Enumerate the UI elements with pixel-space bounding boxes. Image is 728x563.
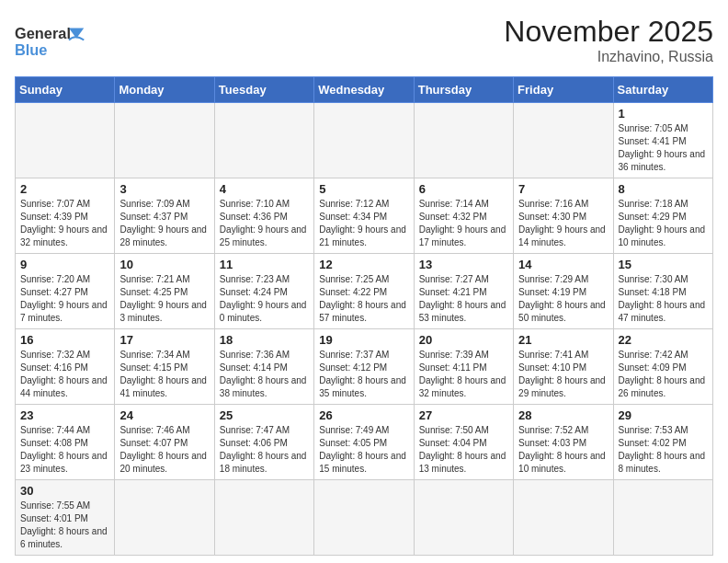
calendar-week-row: 30Sunrise: 7:55 AMSunset: 4:01 PMDayligh…	[16, 480, 713, 556]
month-year-title: November 2025	[504, 15, 713, 49]
weekday-header-wednesday: Wednesday	[314, 77, 414, 103]
day-number: 29	[619, 408, 708, 422]
day-number: 11	[220, 258, 309, 271]
day-info: Sunrise: 7:27 AMSunset: 4:21 PMDaylight:…	[419, 273, 508, 325]
day-number: 15	[619, 258, 708, 271]
calendar-day-cell: 15Sunrise: 7:30 AMSunset: 4:18 PMDayligh…	[613, 254, 712, 329]
weekday-header-sunday: Sunday	[16, 77, 115, 103]
calendar-day-cell: 12Sunrise: 7:25 AMSunset: 4:22 PMDayligh…	[314, 254, 414, 329]
weekday-header-saturday: Saturday	[613, 77, 712, 103]
weekday-header-tuesday: Tuesday	[214, 77, 313, 103]
logo-svg: General Blue	[15, 15, 97, 65]
calendar-day-cell: 2Sunrise: 7:07 AMSunset: 4:39 PMDaylight…	[16, 178, 115, 254]
day-info: Sunrise: 7:21 AMSunset: 4:25 PMDaylight:…	[119, 273, 209, 325]
day-info: Sunrise: 7:29 AMSunset: 4:19 PMDaylight:…	[518, 273, 608, 325]
day-info: Sunrise: 7:39 AMSunset: 4:11 PMDaylight:…	[419, 349, 508, 400]
day-info: Sunrise: 7:05 AMSunset: 4:41 PMDaylight:…	[619, 122, 708, 174]
calendar-day-cell: 8Sunrise: 7:18 AMSunset: 4:29 PMDaylight…	[613, 178, 712, 254]
day-info: Sunrise: 7:52 AMSunset: 4:03 PMDaylight:…	[518, 424, 608, 476]
day-number: 28	[518, 408, 608, 422]
location-subtitle: Inzhavino, Russia	[504, 49, 713, 65]
day-number: 23	[20, 408, 109, 422]
calendar-week-row: 16Sunrise: 7:32 AMSunset: 4:16 PMDayligh…	[16, 329, 713, 405]
day-info: Sunrise: 7:20 AMSunset: 4:27 PMDaylight:…	[20, 273, 109, 325]
calendar-week-row: 9Sunrise: 7:20 AMSunset: 4:27 PMDaylight…	[16, 254, 713, 329]
day-number: 8	[619, 182, 708, 196]
calendar-day-cell	[214, 480, 313, 556]
day-number: 27	[419, 408, 508, 422]
calendar-day-cell: 4Sunrise: 7:10 AMSunset: 4:36 PMDaylight…	[214, 178, 313, 254]
weekday-header-thursday: Thursday	[414, 77, 513, 103]
day-number: 14	[518, 258, 608, 271]
weekday-header-friday: Friday	[514, 77, 613, 103]
calendar-day-cell: 25Sunrise: 7:47 AMSunset: 4:06 PMDayligh…	[214, 405, 313, 480]
day-number: 2	[20, 182, 109, 196]
day-info: Sunrise: 7:55 AMSunset: 4:01 PMDaylight:…	[20, 500, 109, 551]
day-number: 21	[518, 333, 608, 347]
calendar-day-cell	[115, 480, 214, 556]
day-info: Sunrise: 7:50 AMSunset: 4:04 PMDaylight:…	[419, 424, 508, 476]
calendar-day-cell: 6Sunrise: 7:14 AMSunset: 4:32 PMDaylight…	[414, 178, 513, 254]
calendar-day-cell	[16, 103, 115, 178]
day-number: 25	[220, 408, 309, 422]
day-info: Sunrise: 7:46 AMSunset: 4:07 PMDaylight:…	[119, 424, 209, 476]
day-number: 12	[319, 258, 408, 271]
day-number: 1	[619, 107, 708, 121]
day-info: Sunrise: 7:32 AMSunset: 4:16 PMDaylight:…	[20, 349, 109, 400]
calendar-day-cell: 11Sunrise: 7:23 AMSunset: 4:24 PMDayligh…	[214, 254, 313, 329]
svg-text:Blue: Blue	[15, 41, 47, 58]
calendar-day-cell	[414, 103, 513, 178]
day-info: Sunrise: 7:12 AMSunset: 4:34 PMDaylight:…	[319, 198, 408, 249]
day-number: 5	[319, 182, 408, 196]
day-number: 18	[220, 333, 309, 347]
calendar-day-cell	[314, 103, 414, 178]
day-info: Sunrise: 7:09 AMSunset: 4:37 PMDaylight:…	[119, 198, 209, 249]
page-header: General Blue November 2025 Inzhavino, Ru…	[15, 15, 713, 65]
calendar-day-cell: 20Sunrise: 7:39 AMSunset: 4:11 PMDayligh…	[414, 329, 513, 405]
calendar-day-cell: 18Sunrise: 7:36 AMSunset: 4:14 PMDayligh…	[214, 329, 313, 405]
day-number: 13	[419, 258, 508, 271]
svg-text:General: General	[15, 25, 71, 41]
day-info: Sunrise: 7:14 AMSunset: 4:32 PMDaylight:…	[419, 198, 508, 249]
day-info: Sunrise: 7:23 AMSunset: 4:24 PMDaylight:…	[220, 273, 309, 325]
day-number: 22	[619, 333, 708, 347]
calendar-day-cell	[115, 103, 214, 178]
day-number: 16	[20, 333, 109, 347]
day-info: Sunrise: 7:41 AMSunset: 4:10 PMDaylight:…	[518, 349, 608, 400]
day-info: Sunrise: 7:53 AMSunset: 4:02 PMDaylight:…	[619, 424, 708, 476]
calendar-day-cell: 14Sunrise: 7:29 AMSunset: 4:19 PMDayligh…	[514, 254, 613, 329]
day-number: 6	[419, 182, 508, 196]
calendar-day-cell: 16Sunrise: 7:32 AMSunset: 4:16 PMDayligh…	[16, 329, 115, 405]
day-info: Sunrise: 7:37 AMSunset: 4:12 PMDaylight:…	[319, 349, 408, 400]
logo: General Blue	[15, 15, 97, 65]
calendar-week-row: 1Sunrise: 7:05 AMSunset: 4:41 PMDaylight…	[16, 103, 713, 178]
calendar-day-cell	[314, 480, 414, 556]
day-number: 4	[220, 182, 309, 196]
calendar-day-cell: 3Sunrise: 7:09 AMSunset: 4:37 PMDaylight…	[115, 178, 214, 254]
day-number: 17	[119, 333, 209, 347]
day-info: Sunrise: 7:42 AMSunset: 4:09 PMDaylight:…	[619, 349, 708, 400]
calendar-week-row: 23Sunrise: 7:44 AMSunset: 4:08 PMDayligh…	[16, 405, 713, 480]
calendar-day-cell: 17Sunrise: 7:34 AMSunset: 4:15 PMDayligh…	[115, 329, 214, 405]
day-number: 19	[319, 333, 408, 347]
day-number: 3	[119, 182, 209, 196]
weekday-header-monday: Monday	[115, 77, 214, 103]
day-number: 7	[518, 182, 608, 196]
day-info: Sunrise: 7:47 AMSunset: 4:06 PMDaylight:…	[220, 424, 309, 476]
day-info: Sunrise: 7:44 AMSunset: 4:08 PMDaylight:…	[20, 424, 109, 476]
day-info: Sunrise: 7:49 AMSunset: 4:05 PMDaylight:…	[319, 424, 408, 476]
calendar-day-cell: 21Sunrise: 7:41 AMSunset: 4:10 PMDayligh…	[514, 329, 613, 405]
day-number: 9	[20, 258, 109, 271]
title-block: November 2025 Inzhavino, Russia	[504, 15, 713, 65]
calendar-day-cell: 13Sunrise: 7:27 AMSunset: 4:21 PMDayligh…	[414, 254, 513, 329]
day-info: Sunrise: 7:36 AMSunset: 4:14 PMDaylight:…	[220, 349, 309, 400]
calendar-day-cell: 9Sunrise: 7:20 AMSunset: 4:27 PMDaylight…	[16, 254, 115, 329]
calendar-day-cell: 28Sunrise: 7:52 AMSunset: 4:03 PMDayligh…	[514, 405, 613, 480]
weekday-header-row: SundayMondayTuesdayWednesdayThursdayFrid…	[16, 77, 713, 103]
day-number: 26	[319, 408, 408, 422]
day-number: 24	[119, 408, 209, 422]
calendar-table: SundayMondayTuesdayWednesdayThursdayFrid…	[15, 76, 713, 556]
day-info: Sunrise: 7:07 AMSunset: 4:39 PMDaylight:…	[20, 198, 109, 249]
day-info: Sunrise: 7:18 AMSunset: 4:29 PMDaylight:…	[619, 198, 708, 249]
day-info: Sunrise: 7:10 AMSunset: 4:36 PMDaylight:…	[220, 198, 309, 249]
